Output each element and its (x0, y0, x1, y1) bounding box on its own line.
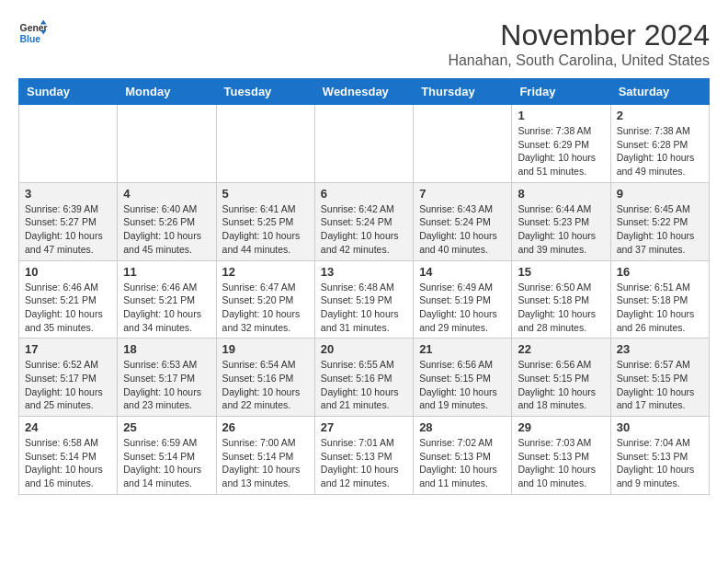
cell-day-number: 26 (222, 420, 309, 434)
table-row: 13Sunrise: 6:48 AM Sunset: 5:19 PM Dayli… (314, 260, 413, 339)
svg-marker-2 (40, 20, 46, 25)
table-row: 1Sunrise: 7:38 AM Sunset: 6:29 PM Daylig… (512, 105, 610, 183)
logo-icon: General Blue (18, 18, 48, 48)
table-row: 12Sunrise: 6:47 AM Sunset: 5:20 PM Dayli… (216, 260, 314, 339)
table-row: 11Sunrise: 6:46 AM Sunset: 5:21 PM Dayli… (118, 260, 216, 339)
cell-day-number: 20 (321, 342, 407, 356)
cell-daylight-info: Sunrise: 6:56 AM Sunset: 5:15 PM Dayligh… (518, 358, 604, 412)
header-tuesday: Tuesday (216, 79, 314, 105)
table-row: 22Sunrise: 6:56 AM Sunset: 5:15 PM Dayli… (512, 339, 610, 417)
table-row: 16Sunrise: 6:51 AM Sunset: 5:18 PM Dayli… (610, 260, 709, 339)
table-row: 25Sunrise: 6:59 AM Sunset: 5:14 PM Dayli… (118, 417, 216, 495)
cell-daylight-info: Sunrise: 6:58 AM Sunset: 5:14 PM Dayligh… (25, 436, 111, 490)
cell-daylight-info: Sunrise: 6:46 AM Sunset: 5:21 PM Dayligh… (123, 281, 210, 335)
cell-daylight-info: Sunrise: 6:43 AM Sunset: 5:24 PM Dayligh… (419, 202, 506, 257)
header-wednesday: Wednesday (314, 79, 413, 105)
calendar-row: 10Sunrise: 6:46 AM Sunset: 5:21 PM Dayli… (19, 260, 710, 339)
cell-day-number: 28 (419, 420, 506, 434)
cell-day-number: 25 (123, 420, 210, 434)
cell-daylight-info: Sunrise: 6:50 AM Sunset: 5:18 PM Dayligh… (518, 281, 604, 335)
cell-daylight-info: Sunrise: 6:47 AM Sunset: 5:20 PM Dayligh… (222, 281, 309, 335)
cell-daylight-info: Sunrise: 6:49 AM Sunset: 5:19 PM Dayligh… (419, 281, 506, 335)
calendar-table: Sunday Monday Tuesday Wednesday Thursday… (18, 78, 710, 495)
table-row: 8Sunrise: 6:44 AM Sunset: 5:23 PM Daylig… (512, 182, 610, 260)
table-row: 21Sunrise: 6:56 AM Sunset: 5:15 PM Dayli… (414, 339, 512, 417)
table-row: 29Sunrise: 7:03 AM Sunset: 5:13 PM Dayli… (512, 417, 610, 495)
cell-day-number: 3 (25, 187, 111, 201)
cell-daylight-info: Sunrise: 7:38 AM Sunset: 6:29 PM Dayligh… (518, 124, 604, 178)
header-saturday: Saturday (610, 79, 709, 105)
table-row: 9Sunrise: 6:45 AM Sunset: 5:22 PM Daylig… (610, 182, 709, 260)
cell-daylight-info: Sunrise: 6:42 AM Sunset: 5:24 PM Dayligh… (321, 202, 407, 257)
cell-daylight-info: Sunrise: 6:54 AM Sunset: 5:16 PM Dayligh… (222, 358, 309, 412)
calendar-row: 3Sunrise: 6:39 AM Sunset: 5:27 PM Daylig… (19, 182, 710, 260)
table-row: 5Sunrise: 6:41 AM Sunset: 5:25 PM Daylig… (216, 182, 314, 260)
header-thursday: Thursday (414, 79, 512, 105)
table-row: 7Sunrise: 6:43 AM Sunset: 5:24 PM Daylig… (414, 182, 512, 260)
cell-daylight-info: Sunrise: 7:00 AM Sunset: 5:14 PM Dayligh… (222, 436, 309, 490)
table-row: 26Sunrise: 7:00 AM Sunset: 5:14 PM Dayli… (216, 417, 314, 495)
logo: General Blue (18, 18, 48, 48)
cell-daylight-info: Sunrise: 7:01 AM Sunset: 5:13 PM Dayligh… (321, 436, 407, 490)
cell-daylight-info: Sunrise: 6:40 AM Sunset: 5:26 PM Dayligh… (123, 202, 210, 257)
cell-daylight-info: Sunrise: 6:48 AM Sunset: 5:19 PM Dayligh… (321, 281, 407, 335)
location-subtitle: Hanahan, South Carolina, United States (448, 52, 710, 69)
month-year-title: November 2024 (448, 18, 710, 52)
cell-day-number: 12 (222, 265, 309, 279)
cell-daylight-info: Sunrise: 7:03 AM Sunset: 5:13 PM Dayligh… (518, 436, 604, 490)
table-row: 24Sunrise: 6:58 AM Sunset: 5:14 PM Dayli… (19, 417, 118, 495)
cell-daylight-info: Sunrise: 6:51 AM Sunset: 5:18 PM Dayligh… (617, 281, 703, 335)
cell-day-number: 9 (617, 187, 703, 201)
header-monday: Monday (118, 79, 216, 105)
table-row: 3Sunrise: 6:39 AM Sunset: 5:27 PM Daylig… (19, 182, 118, 260)
table-row: 17Sunrise: 6:52 AM Sunset: 5:17 PM Dayli… (19, 339, 118, 417)
header-friday: Friday (512, 79, 610, 105)
table-row: 4Sunrise: 6:40 AM Sunset: 5:26 PM Daylig… (118, 182, 216, 260)
cell-day-number: 21 (419, 342, 506, 356)
cell-day-number: 6 (321, 187, 407, 201)
cell-day-number: 19 (222, 342, 309, 356)
page-header: General Blue November 2024 Hanahan, Sout… (18, 18, 710, 69)
table-row (314, 105, 413, 183)
table-row (118, 105, 216, 183)
cell-day-number: 29 (518, 420, 604, 434)
cell-day-number: 1 (518, 109, 604, 122)
table-row: 27Sunrise: 7:01 AM Sunset: 5:13 PM Dayli… (314, 417, 413, 495)
table-row: 30Sunrise: 7:04 AM Sunset: 5:13 PM Dayli… (610, 417, 709, 495)
cell-day-number: 2 (617, 109, 703, 122)
cell-day-number: 23 (617, 342, 703, 356)
header-sunday: Sunday (19, 79, 118, 105)
cell-daylight-info: Sunrise: 6:57 AM Sunset: 5:15 PM Dayligh… (617, 358, 703, 412)
cell-day-number: 5 (222, 187, 309, 201)
table-row: 15Sunrise: 6:50 AM Sunset: 5:18 PM Dayli… (512, 260, 610, 339)
table-row: 10Sunrise: 6:46 AM Sunset: 5:21 PM Dayli… (19, 260, 118, 339)
cell-day-number: 27 (321, 420, 407, 434)
table-row: 14Sunrise: 6:49 AM Sunset: 5:19 PM Dayli… (414, 260, 512, 339)
cell-day-number: 18 (123, 342, 210, 356)
table-row: 6Sunrise: 6:42 AM Sunset: 5:24 PM Daylig… (314, 182, 413, 260)
cell-daylight-info: Sunrise: 7:38 AM Sunset: 6:28 PM Dayligh… (617, 124, 703, 178)
cell-daylight-info: Sunrise: 7:02 AM Sunset: 5:13 PM Dayligh… (419, 436, 506, 490)
calendar-row: 24Sunrise: 6:58 AM Sunset: 5:14 PM Dayli… (19, 417, 710, 495)
cell-day-number: 8 (518, 187, 604, 201)
cell-daylight-info: Sunrise: 6:46 AM Sunset: 5:21 PM Dayligh… (25, 281, 111, 335)
table-row: 19Sunrise: 6:54 AM Sunset: 5:16 PM Dayli… (216, 339, 314, 417)
table-row: 28Sunrise: 7:02 AM Sunset: 5:13 PM Dayli… (414, 417, 512, 495)
calendar-row: 17Sunrise: 6:52 AM Sunset: 5:17 PM Dayli… (19, 339, 710, 417)
cell-daylight-info: Sunrise: 6:53 AM Sunset: 5:17 PM Dayligh… (123, 358, 210, 412)
cell-daylight-info: Sunrise: 6:41 AM Sunset: 5:25 PM Dayligh… (222, 202, 309, 257)
table-row (216, 105, 314, 183)
cell-day-number: 22 (518, 342, 604, 356)
cell-daylight-info: Sunrise: 6:59 AM Sunset: 5:14 PM Dayligh… (123, 436, 210, 490)
cell-daylight-info: Sunrise: 6:39 AM Sunset: 5:27 PM Dayligh… (25, 202, 111, 257)
table-row: 2Sunrise: 7:38 AM Sunset: 6:28 PM Daylig… (610, 105, 709, 183)
cell-daylight-info: Sunrise: 6:44 AM Sunset: 5:23 PM Dayligh… (518, 202, 604, 257)
cell-day-number: 13 (321, 265, 407, 279)
cell-day-number: 24 (25, 420, 111, 434)
cell-day-number: 14 (419, 265, 506, 279)
table-row: 20Sunrise: 6:55 AM Sunset: 5:16 PM Dayli… (314, 339, 413, 417)
weekday-header-row: Sunday Monday Tuesday Wednesday Thursday… (19, 79, 710, 105)
table-row (414, 105, 512, 183)
title-section: November 2024 Hanahan, South Carolina, U… (448, 18, 710, 69)
cell-daylight-info: Sunrise: 6:55 AM Sunset: 5:16 PM Dayligh… (321, 358, 407, 412)
